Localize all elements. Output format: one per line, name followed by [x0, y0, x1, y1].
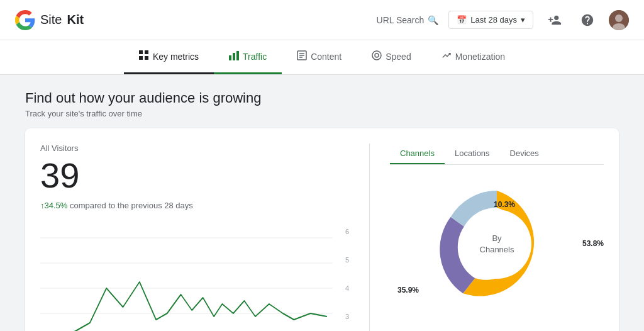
svg-point-21 [462, 210, 531, 279]
visitors-chart: 6 5 4 3 2 [40, 225, 349, 331]
svg-text:Channels: Channels [480, 245, 514, 254]
date-range-picker[interactable]: 📅 Last 28 days ▾ [448, 11, 533, 29]
avatar-image [609, 10, 629, 30]
nav-tabs: Key metrics Traffic Content Speed Moneti… [0, 40, 644, 75]
donut-label-orange: 53.8% [582, 238, 604, 248]
logo-site-text: Site [40, 13, 62, 27]
page-subtitle: Track your site's traffic over time [25, 109, 619, 118]
svg-rect-9 [236, 51, 239, 60]
bar-chart-icon [229, 50, 239, 62]
trending-up-icon [441, 50, 452, 62]
content-icon [297, 50, 307, 62]
svg-rect-7 [229, 55, 231, 60]
change-description: compared to the previous 28 days [67, 201, 192, 210]
y-label-3: 3 [345, 313, 349, 320]
donut-label-blue: 10.3% [494, 199, 515, 209]
svg-rect-6 [145, 56, 148, 60]
donut-tab-channels[interactable]: Channels [390, 143, 445, 164]
tab-speed-label: Speed [386, 52, 411, 62]
chevron-down-icon: ▾ [521, 15, 525, 25]
devices-tab-label: Devices [510, 149, 539, 158]
header: Site Kit URL Search 🔍 📅 Last 28 days ▾ [0, 0, 644, 40]
donut-tab-locations[interactable]: Locations [445, 143, 500, 164]
url-search-label: URL Search [377, 15, 425, 25]
avatar[interactable] [609, 10, 629, 30]
donut-tab-devices[interactable]: Devices [500, 143, 549, 164]
svg-rect-4 [145, 50, 148, 54]
svg-rect-8 [233, 53, 235, 60]
search-icon: 🔍 [428, 15, 438, 25]
calendar-icon: 📅 [457, 15, 467, 25]
tab-key-metrics[interactable]: Key metrics [124, 40, 214, 74]
locations-tab-label: Locations [455, 149, 490, 158]
tab-traffic-label: Traffic [243, 52, 267, 62]
grid-icon [139, 50, 149, 62]
tab-monetization-label: Monetization [455, 52, 505, 62]
header-right: URL Search 🔍 📅 Last 28 days ▾ [377, 9, 629, 31]
y-label-5: 5 [345, 256, 349, 264]
logo: Site Kit [15, 10, 84, 30]
url-search-button[interactable]: URL Search 🔍 [377, 15, 439, 25]
person-add-icon [548, 13, 562, 27]
donut-chart-svg: By Channels [428, 175, 566, 313]
all-visitors-label: All Visitors [40, 143, 349, 153]
tab-traffic[interactable]: Traffic [214, 40, 282, 74]
logo-kit-text: Kit [67, 13, 84, 27]
page-title: Find out how your audience is growing [25, 90, 619, 106]
svg-rect-5 [139, 56, 143, 60]
date-range-label: Last 28 days [470, 15, 517, 25]
svg-point-1 [615, 14, 623, 22]
channels-tab-label: Channels [400, 149, 435, 158]
tab-monetization[interactable]: Monetization [426, 40, 520, 74]
svg-rect-3 [139, 50, 143, 54]
y-label-4: 4 [345, 284, 349, 292]
vertical-divider [369, 143, 370, 331]
metric-change: ↑34.5% compared to the previous 28 days [40, 201, 349, 210]
help-button[interactable] [576, 9, 599, 31]
donut-label-purple: 35.9% [397, 284, 419, 295]
donut-chart-container: By Channels 10.3% 35.9% 53.8% [390, 175, 604, 313]
tab-content-label: Content [311, 52, 341, 62]
metrics-panel: All Visitors 39 ↑34.5% compared to the p… [40, 143, 349, 331]
tab-speed[interactable]: Speed [357, 40, 426, 74]
line-chart-svg [40, 225, 349, 331]
donut-panel: Channels Locations Devices [390, 143, 604, 331]
tab-content[interactable]: Content [282, 40, 357, 74]
donut-tabs: Channels Locations Devices [390, 143, 604, 165]
google-g-icon [15, 10, 35, 30]
visitors-count: 39 [40, 158, 349, 193]
page-header: Find out how your audience is growing Tr… [0, 75, 644, 128]
y-axis-labels: 6 5 4 3 2 [345, 225, 349, 331]
main-content: All Visitors 39 ↑34.5% compared to the p… [0, 128, 644, 331]
tab-key-metrics-label: Key metrics [153, 52, 199, 62]
svg-point-15 [375, 53, 379, 57]
user-manage-button[interactable] [543, 9, 566, 31]
change-percent: 34.5% [45, 201, 68, 210]
svg-text:By: By [492, 233, 502, 243]
help-icon [580, 13, 594, 27]
svg-point-14 [372, 51, 381, 60]
metrics-card: All Visitors 39 ↑34.5% compared to the p… [25, 128, 619, 331]
speed-icon [372, 50, 382, 62]
y-label-6: 6 [345, 228, 349, 235]
